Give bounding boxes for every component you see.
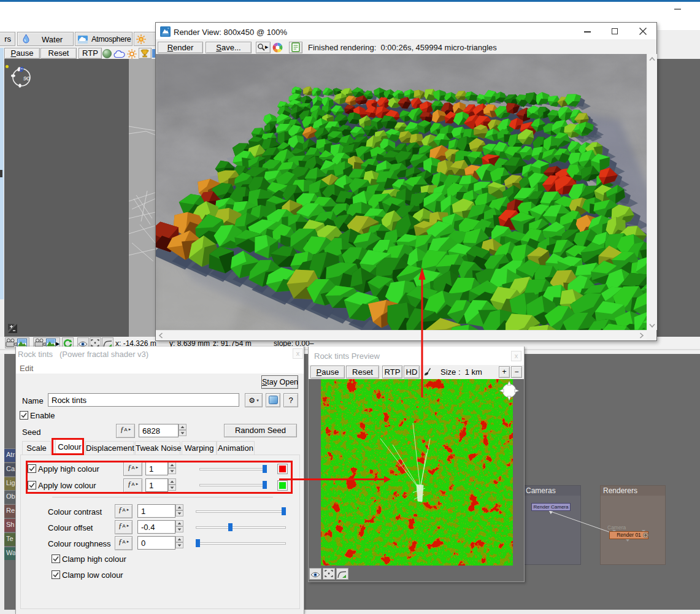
svg-text:90: 90 <box>23 75 30 82</box>
svg-text:0: 0 <box>20 66 24 73</box>
